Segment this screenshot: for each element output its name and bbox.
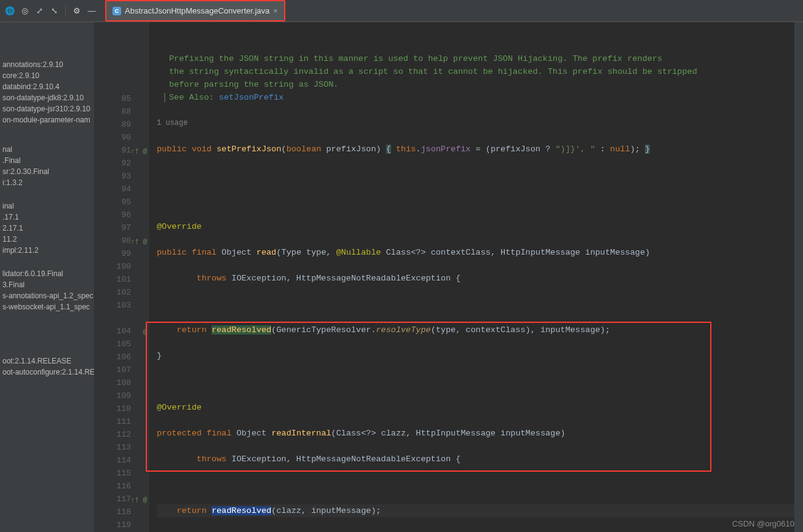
sidebar-item[interactable]: oot-autoconfigure:2.1.14.RE bbox=[0, 367, 94, 378]
line-number: 109 bbox=[94, 389, 149, 402]
sidebar-item[interactable]: databind:2.9.10.4 bbox=[0, 81, 94, 92]
sidebar-item[interactable]: .Final bbox=[0, 155, 94, 166]
expand-icon[interactable]: ⤢ bbox=[33, 5, 45, 17]
line-number: 97 bbox=[94, 221, 149, 234]
usage-hint[interactable]: 1 usage bbox=[157, 117, 794, 130]
code-line: @Override bbox=[157, 220, 794, 233]
line-number: 111 bbox=[94, 415, 149, 428]
editor-marker-strip[interactable] bbox=[794, 22, 803, 532]
gear-icon[interactable]: ⚙ bbox=[71, 5, 83, 17]
sidebar-item[interactable]: annotations:2.9.10 bbox=[0, 59, 94, 70]
main-area: annotations:2.9.10 core:2.9.10 databind:… bbox=[0, 22, 803, 532]
code-line: public final Object read(Type type, @Nul… bbox=[157, 246, 794, 259]
annotation-box-readresolved bbox=[146, 322, 711, 472]
sidebar-item[interactable]: core:2.9.10 bbox=[0, 70, 94, 81]
line-number: 88 bbox=[94, 105, 149, 118]
sidebar-item[interactable]: s-annotations-api_1.2_spec bbox=[0, 290, 94, 301]
sidebar-item[interactable]: son-datatype-jdk8:2.9.10 bbox=[0, 92, 94, 103]
line-number: 101 bbox=[94, 273, 149, 286]
editor-tabs: C AbstractJsonHttpMessageConverter.java … bbox=[105, 0, 285, 22]
override-marker[interactable]: ↑† @ bbox=[131, 145, 147, 158]
selection: readResolved bbox=[212, 506, 271, 515]
tab-active-file[interactable]: C AbstractJsonHttpMessageConverter.java … bbox=[105, 0, 285, 22]
sidebar-item[interactable]: 3.Final bbox=[0, 279, 94, 290]
globe-icon[interactable]: 🌐 bbox=[4, 5, 16, 17]
target-icon[interactable]: ◎ bbox=[18, 5, 31, 17]
javadoc-link[interactable]: setJsonPrefix bbox=[219, 93, 283, 102]
toolbar-separator bbox=[65, 6, 66, 17]
code-line: return readResolved(GenericTypeResolver.… bbox=[157, 324, 794, 336]
override-marker[interactable]: ↑† @ bbox=[131, 494, 147, 507]
line-number: 105 bbox=[94, 338, 149, 351]
line-number: 112 bbox=[94, 428, 149, 441]
sidebar-item[interactable]: i:1.3.2 bbox=[0, 177, 94, 188]
sidebar-item[interactable]: 11.2 bbox=[0, 234, 94, 245]
line-number: 92 bbox=[94, 157, 149, 170]
line-number: 110 bbox=[94, 402, 149, 415]
watermark: CSDN @org0610 bbox=[732, 519, 794, 528]
line-number: 119 bbox=[94, 518, 149, 531]
line-number: 99 bbox=[94, 247, 149, 260]
usage-hint-spacer bbox=[94, 79, 149, 92]
sidebar-item[interactable]: oot:2.1.14.RELEASE bbox=[0, 355, 94, 367]
code-area[interactable]: Prefixing the JSON string in this manner… bbox=[149, 22, 794, 532]
line-number: 89 bbox=[94, 118, 149, 131]
line-number: 104@ bbox=[94, 325, 149, 338]
sidebar-item[interactable]: 2.17.1 bbox=[0, 223, 94, 234]
code-line: throws IOException, HttpMessageNotReadab… bbox=[157, 272, 794, 285]
usage-hint-spacer bbox=[94, 312, 149, 325]
line-number: 85 bbox=[94, 92, 149, 105]
line-number: 115 bbox=[94, 467, 149, 480]
sidebar-item[interactable]: sr:2.0.30.Final bbox=[0, 166, 94, 177]
javadoc-block: Prefixing the JSON string in this manner… bbox=[157, 39, 794, 104]
line-number: 113 bbox=[94, 441, 149, 454]
line-gutter: 85 88 89 90 91↑† @ 92 93 94 95 96 97 98↑… bbox=[94, 22, 149, 532]
sidebar-item[interactable]: impl:2.11.2 bbox=[0, 245, 94, 256]
override-marker[interactable]: ↑† @ bbox=[131, 236, 147, 248]
sidebar-item[interactable]: lidator:6.0.19.Final bbox=[0, 268, 94, 279]
line-number: 108 bbox=[94, 376, 149, 389]
code-line: @Override bbox=[157, 401, 794, 414]
gutter-marker[interactable]: @ bbox=[143, 326, 147, 339]
line-number: 91↑† @ bbox=[94, 144, 149, 157]
line-number: 93 bbox=[94, 170, 149, 183]
sidebar-item[interactable]: on-module-parameter-nam bbox=[0, 114, 94, 125]
line-number: 98↑† @ bbox=[94, 234, 149, 247]
sidebar-item[interactable]: inal bbox=[0, 200, 94, 212]
sidebar-item[interactable]: s-websocket-api_1.1_spec bbox=[0, 301, 94, 312]
line-number: 116 bbox=[94, 480, 149, 493]
line-number: 114 bbox=[94, 454, 149, 467]
line-number: 96 bbox=[94, 208, 149, 221]
sidebar-item[interactable]: son-datatype-jsr310:2.9.10 bbox=[0, 103, 94, 114]
java-class-icon: C bbox=[113, 7, 121, 15]
tab-filename: AbstractJsonHttpMessageConverter.java bbox=[125, 6, 270, 15]
code-line: public void setPrefixJson(boolean prefix… bbox=[157, 143, 794, 156]
sidebar-item[interactable]: nal bbox=[0, 144, 94, 155]
tab-close-icon[interactable]: × bbox=[274, 7, 278, 15]
line-number: 95 bbox=[94, 196, 149, 208]
line-number: 94 bbox=[94, 183, 149, 196]
line-number: 90 bbox=[94, 131, 149, 144]
collapse-icon[interactable]: ⤡ bbox=[48, 5, 60, 17]
line-number: 118 bbox=[94, 506, 149, 518]
sidebar-item[interactable]: .17.1 bbox=[0, 212, 94, 223]
line-number: 107 bbox=[94, 363, 149, 376]
line-number: 106 bbox=[94, 351, 149, 363]
editor[interactable]: 85 88 89 90 91↑† @ 92 93 94 95 96 97 98↑… bbox=[94, 22, 803, 532]
code-line: } bbox=[157, 349, 794, 362]
line-number: 100 bbox=[94, 260, 149, 273]
line-number: 103 bbox=[94, 299, 149, 312]
code-line: throws IOException, HttpMessageNotReadab… bbox=[157, 453, 794, 466]
line-number: 102 bbox=[94, 286, 149, 299]
line-number: 117↑† @ bbox=[94, 493, 149, 506]
minimize-icon[interactable]: — bbox=[85, 5, 98, 17]
top-toolbar: 🌐 ◎ ⤢ ⤡ ⚙ — C AbstractJsonHttpMessageCon… bbox=[0, 0, 803, 22]
code-line-current: return readResolved(clazz, inputMessage)… bbox=[157, 504, 794, 517]
project-sidebar[interactable]: annotations:2.9.10 core:2.9.10 databind:… bbox=[0, 22, 94, 532]
code-line: protected final Object readInternal(Clas… bbox=[157, 427, 794, 440]
